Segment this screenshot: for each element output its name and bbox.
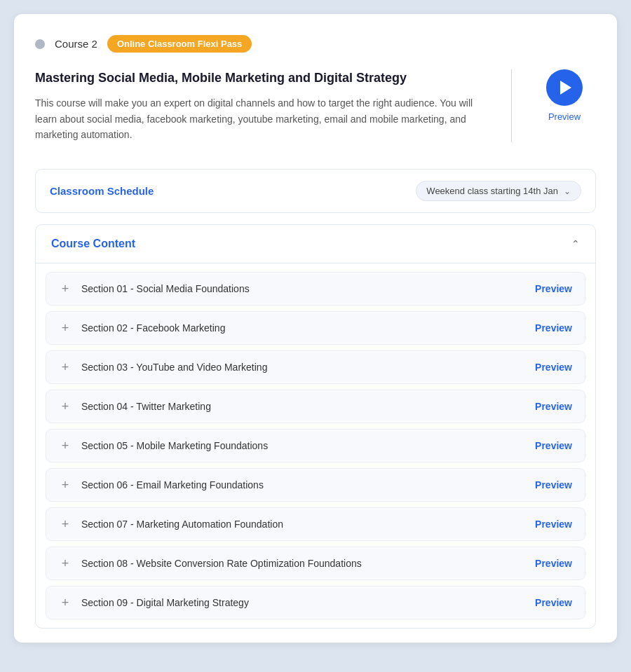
classroom-schedule-title: Classroom Schedule bbox=[50, 185, 154, 197]
preview-video-section: Preview bbox=[533, 69, 596, 122]
section-left-08: + Section 08 - Website Conversion Rate O… bbox=[59, 557, 362, 570]
sections-list: + Section 01 - Social Media Foundations … bbox=[36, 263, 595, 628]
section-left-01: + Section 01 - Social Media Foundations bbox=[59, 282, 250, 295]
section-item-08: + Section 08 - Website Conversion Rate O… bbox=[46, 547, 585, 580]
section-preview-01[interactable]: Preview bbox=[535, 283, 572, 294]
section-item-03: + Section 03 - YouTube and Video Marketi… bbox=[46, 350, 585, 384]
section-name-06: Section 06 - Email Marketing Foundations bbox=[81, 479, 264, 491]
section-name-03: Section 03 - YouTube and Video Marketing bbox=[81, 362, 267, 373]
course-content-title: Course Content bbox=[51, 238, 135, 250]
course-text: Mastering Social Media, Mobile Marketing… bbox=[35, 69, 490, 142]
course-info: Mastering Social Media, Mobile Marketing… bbox=[35, 69, 596, 149]
section-preview-09[interactable]: Preview bbox=[535, 597, 572, 608]
section-left-06: + Section 06 - Email Marketing Foundatio… bbox=[59, 479, 264, 491]
section-preview-08[interactable]: Preview bbox=[535, 558, 572, 569]
flexi-pass-badge: Online Classroom Flexi Pass bbox=[107, 35, 252, 53]
header-row: Course 2 Online Classroom Flexi Pass bbox=[35, 35, 596, 53]
section-item-04: + Section 04 - Twitter Marketing Preview bbox=[46, 390, 585, 423]
section-item-06: + Section 06 - Email Marketing Foundatio… bbox=[46, 468, 585, 502]
section-left-04: + Section 04 - Twitter Marketing bbox=[59, 400, 211, 413]
section-name-05: Section 05 - Mobile Marketing Foundation… bbox=[81, 440, 268, 451]
plus-icon-04[interactable]: + bbox=[59, 400, 72, 413]
preview-label[interactable]: Preview bbox=[548, 111, 581, 122]
play-icon bbox=[560, 81, 571, 95]
section-preview-02[interactable]: Preview bbox=[535, 322, 572, 334]
play-button[interactable] bbox=[546, 69, 583, 106]
plus-icon-07[interactable]: + bbox=[59, 518, 72, 530]
chevron-up-icon[interactable]: ⌃ bbox=[571, 238, 580, 249]
section-left-09: + Section 09 - Digital Marketing Strateg… bbox=[59, 596, 249, 609]
section-left-07: + Section 07 - Marketing Automation Foun… bbox=[59, 518, 283, 530]
plus-icon-06[interactable]: + bbox=[59, 479, 72, 491]
section-preview-04[interactable]: Preview bbox=[535, 401, 572, 412]
course-label: Course 2 bbox=[55, 38, 97, 50]
section-item-01: + Section 01 - Social Media Foundations … bbox=[46, 272, 585, 306]
course-title: Mastering Social Media, Mobile Marketing… bbox=[35, 69, 490, 87]
section-name-09: Section 09 - Digital Marketing Strategy bbox=[81, 597, 249, 608]
plus-icon-08[interactable]: + bbox=[59, 557, 72, 570]
section-item-02: + Section 02 - Facebook Marketing Previe… bbox=[46, 311, 585, 345]
classroom-schedule-box: Classroom Schedule Weekend class startin… bbox=[35, 169, 596, 213]
section-name-02: Section 02 - Facebook Marketing bbox=[81, 322, 225, 334]
schedule-dropdown-text: Weekend class starting 14th Jan bbox=[426, 186, 558, 196]
schedule-dropdown[interactable]: Weekend class starting 14th Jan ⌄ bbox=[416, 181, 581, 201]
plus-icon-01[interactable]: + bbox=[59, 282, 72, 295]
plus-icon-03[interactable]: + bbox=[59, 361, 72, 373]
plus-icon-09[interactable]: + bbox=[59, 596, 72, 609]
section-name-04: Section 04 - Twitter Marketing bbox=[81, 401, 211, 412]
section-preview-03[interactable]: Preview bbox=[535, 362, 572, 373]
section-left-05: + Section 05 - Mobile Marketing Foundati… bbox=[59, 439, 268, 452]
section-left-03: + Section 03 - YouTube and Video Marketi… bbox=[59, 361, 267, 373]
section-preview-06[interactable]: Preview bbox=[535, 479, 572, 491]
course-content-box: Course Content ⌃ + Section 01 - Social M… bbox=[35, 224, 596, 629]
section-item-07: + Section 07 - Marketing Automation Foun… bbox=[46, 507, 585, 541]
course-description: This course will make you an expert on d… bbox=[35, 95, 490, 142]
plus-icon-02[interactable]: + bbox=[59, 322, 72, 334]
main-container: Course 2 Online Classroom Flexi Pass Mas… bbox=[14, 14, 617, 643]
content-header: Course Content ⌃ bbox=[36, 225, 595, 263]
bullet-dot bbox=[35, 39, 45, 49]
section-preview-07[interactable]: Preview bbox=[535, 519, 572, 530]
vertical-divider bbox=[511, 69, 512, 142]
section-preview-05[interactable]: Preview bbox=[535, 440, 572, 451]
section-left-02: + Section 02 - Facebook Marketing bbox=[59, 322, 225, 334]
section-name-01: Section 01 - Social Media Foundations bbox=[81, 283, 250, 294]
section-item-05: + Section 05 - Mobile Marketing Foundati… bbox=[46, 429, 585, 462]
section-name-08: Section 08 - Website Conversion Rate Opt… bbox=[81, 558, 362, 569]
plus-icon-05[interactable]: + bbox=[59, 439, 72, 452]
section-item-09: + Section 09 - Digital Marketing Strateg… bbox=[46, 586, 585, 619]
section-name-07: Section 07 - Marketing Automation Founda… bbox=[81, 519, 283, 530]
chevron-down-icon: ⌄ bbox=[564, 186, 571, 196]
